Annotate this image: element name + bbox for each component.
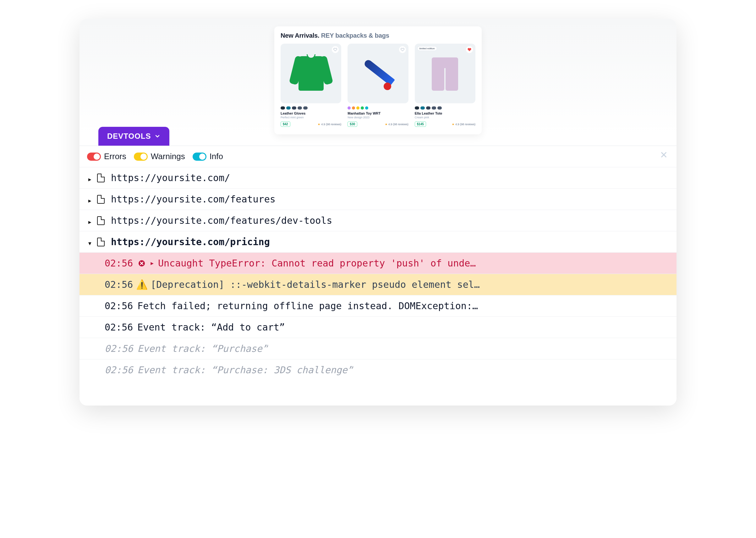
product-footer: $30★4.9 (98 reviews): [347, 122, 408, 127]
log-timestamp: 02:56: [105, 322, 133, 333]
disclosure-triangle-icon[interactable]: [88, 172, 93, 183]
product-thumb[interactable]: limited edition: [415, 44, 475, 103]
swatch[interactable]: [281, 106, 285, 110]
warning-icon: ⚠️: [137, 279, 146, 290]
log-timestamp: 02:56: [105, 343, 133, 354]
swatches: [281, 106, 341, 110]
product-panel: New Arrivals. REY backpacks & bags Leath…: [274, 27, 482, 134]
file-icon: [97, 174, 105, 182]
log-row[interactable]: 02:56Fetch failed; returning offline pag…: [80, 295, 676, 316]
heart-icon[interactable]: [332, 46, 339, 53]
product-footer: $42★4.9 (98 reviews): [281, 122, 341, 127]
devtools-tab[interactable]: DEVTOOLS: [98, 127, 169, 146]
log-message: Fetch failed; returning offline page ins…: [137, 300, 478, 311]
swatch[interactable]: [361, 106, 364, 110]
swatch[interactable]: [292, 106, 296, 110]
product-name: Manhattan Toy WRT: [347, 111, 408, 115]
filter-bar: Errors Warnings Info ✕: [80, 146, 676, 167]
product-row: Leather GlovesPerfect mint green$42★4.9 …: [281, 44, 475, 127]
log-message: Event track: “Purchase”: [137, 343, 268, 354]
site-preview: New Arrivals. REY backpacks & bags Leath…: [80, 19, 676, 134]
log-message: [Deprecation] ::-webkit-details-marker p…: [151, 279, 480, 290]
toggle-warnings[interactable]: [134, 152, 148, 161]
filter-warnings-label: Warnings: [151, 152, 185, 161]
filter-info-label: Info: [210, 152, 223, 161]
panel-title: New Arrivals. REY backpacks & bags: [281, 32, 475, 39]
swatch[interactable]: [437, 106, 442, 110]
product-footer: $145★4.9 (98 reviews): [415, 122, 475, 127]
filter-errors: Errors: [87, 152, 126, 161]
swatch[interactable]: [420, 106, 425, 110]
product-price: $30: [347, 122, 357, 127]
heart-icon[interactable]: [399, 46, 406, 53]
error-icon: [137, 260, 146, 267]
log-list: 02:56▶Uncaught TypeError: Cannot read pr…: [80, 252, 676, 380]
limited-badge: limited edition: [417, 46, 437, 51]
swatches: [415, 106, 475, 110]
page-url: https://yoursite.com/: [111, 172, 230, 183]
expand-icon[interactable]: ▶: [151, 260, 154, 266]
star-icon: ★: [385, 123, 387, 126]
product-card[interactable]: Manhattan Toy WRTNew design 2023$30★4.9 …: [347, 44, 408, 127]
page-tree: https://yoursite.com/https://yoursite.co…: [80, 167, 676, 252]
disclosure-triangle-icon[interactable]: [88, 194, 93, 205]
product-rating: ★4.9 (98 reviews): [452, 123, 475, 126]
swatch[interactable]: [415, 106, 419, 110]
toggle-info[interactable]: [193, 152, 207, 161]
log-timestamp: 02:56: [105, 279, 133, 290]
product-desc: Perfect mint green: [281, 116, 341, 119]
log-message: Event track: “Purchase: 3DS challenge”: [137, 364, 353, 375]
chevron-down-icon: [154, 133, 160, 139]
toggle-errors[interactable]: [87, 152, 101, 161]
product-card[interactable]: limited editionElla Leather ToteCream pi…: [415, 44, 475, 127]
page-url: https://yoursite.com/pricing: [111, 236, 270, 247]
page-tree-row[interactable]: https://yoursite.com/pricing: [80, 231, 676, 252]
swatch[interactable]: [356, 106, 359, 110]
devtools-tab-label: DEVTOOLS: [107, 132, 151, 140]
log-row[interactable]: 02:56Event track: “Add to cart”: [80, 316, 676, 338]
swatch[interactable]: [426, 106, 430, 110]
product-card[interactable]: Leather GlovesPerfect mint green$42★4.9 …: [281, 44, 341, 127]
swatch[interactable]: [352, 106, 355, 110]
panel-title-bold: New Arrivals.: [281, 32, 319, 39]
swatch[interactable]: [297, 106, 302, 110]
file-icon: [97, 238, 105, 246]
product-desc: New design 2023: [347, 116, 408, 119]
log-timestamp: 02:56: [105, 300, 133, 311]
page-tree-row[interactable]: https://yoursite.com/features: [80, 188, 676, 210]
page-url: https://yoursite.com/features: [111, 194, 276, 205]
log-message: Uncaught TypeError: Cannot read property…: [158, 258, 476, 269]
disclosure-triangle-icon[interactable]: [88, 215, 93, 226]
filter-info: Info: [193, 152, 223, 161]
product-desc: Cream pink: [415, 116, 475, 119]
heart-icon[interactable]: [466, 46, 473, 53]
log-timestamp: 02:56: [105, 258, 133, 269]
product-thumb[interactable]: [281, 44, 341, 103]
star-icon: ★: [452, 123, 454, 126]
log-row[interactable]: 02:56▶Uncaught TypeError: Cannot read pr…: [80, 252, 676, 274]
product-thumb[interactable]: [347, 44, 408, 103]
filter-errors-label: Errors: [104, 152, 126, 161]
page-url: https://yoursite.com/features/dev-tools: [111, 215, 332, 226]
product-price: $145: [415, 122, 426, 127]
close-icon[interactable]: ✕: [660, 150, 668, 160]
log-row[interactable]: 02:56⚠️[Deprecation] ::-webkit-details-m…: [80, 274, 676, 295]
swatch[interactable]: [286, 106, 291, 110]
log-row[interactable]: 02:56Event track: “Purchase”: [80, 338, 676, 359]
console-panel: Errors Warnings Info ✕ https://yoursite.…: [80, 146, 676, 405]
page-tree-row[interactable]: https://yoursite.com/: [80, 167, 676, 188]
swatch[interactable]: [303, 106, 308, 110]
swatch[interactable]: [365, 106, 368, 110]
swatch[interactable]: [432, 106, 436, 110]
panel-title-sub: REY backpacks & bags: [321, 32, 389, 39]
swatches: [347, 106, 408, 110]
disclosure-triangle-icon[interactable]: [88, 236, 93, 247]
log-row[interactable]: 02:56Event track: “Purchase: 3DS challen…: [80, 359, 676, 380]
app-window: New Arrivals. REY backpacks & bags Leath…: [80, 19, 676, 405]
swatch[interactable]: [347, 106, 351, 110]
log-message: Event track: “Add to cart”: [137, 322, 285, 333]
product-rating: ★4.9 (98 reviews): [385, 123, 409, 126]
filter-warnings: Warnings: [134, 152, 185, 161]
log-timestamp: 02:56: [105, 364, 133, 375]
page-tree-row[interactable]: https://yoursite.com/features/dev-tools: [80, 210, 676, 231]
